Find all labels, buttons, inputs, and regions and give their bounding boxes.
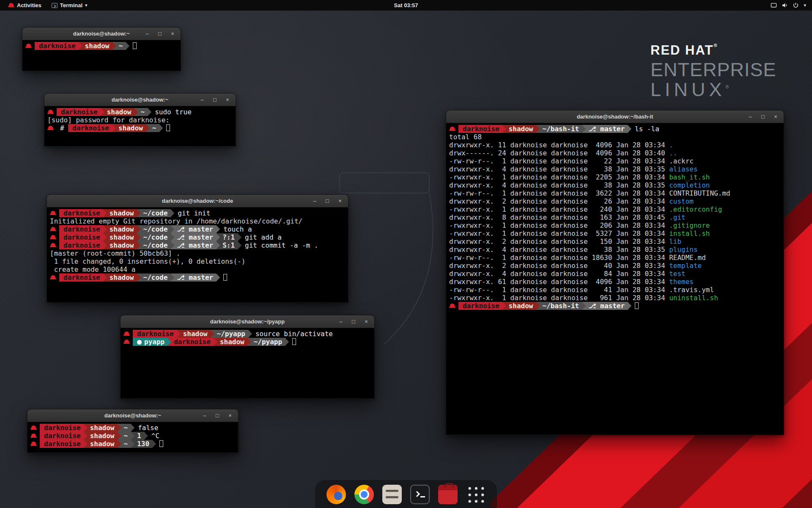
- directory-name: plugins: [669, 246, 697, 254]
- window-titlebar[interactable]: darknoise@shadow:~ – □ ×: [22, 28, 181, 40]
- terminal-icon-shape: [410, 485, 430, 504]
- toolbox-icon[interactable]: [437, 483, 459, 505]
- maximize-button[interactable]: □: [214, 412, 221, 420]
- app-grid-icon-shape: [466, 485, 485, 504]
- terminal-window-pyapp: darknoise@shadow:~/pyapp – □ × darknoise…: [120, 315, 375, 399]
- terminal-line: Initialized empty Git repository in /hom…: [50, 217, 345, 225]
- maximize-button[interactable]: □: [324, 197, 331, 205]
- terminal-line: drwxrwxr-x. 2 darknoise darknoise 26 Jan…: [449, 197, 781, 205]
- prompt-host-segment: shadow: [84, 440, 121, 448]
- minimize-button[interactable]: –: [143, 30, 151, 38]
- terminal-line: darknoiseshadow~: [25, 42, 178, 50]
- minimize-button[interactable]: –: [311, 197, 318, 205]
- chrome-icon[interactable]: [353, 483, 375, 505]
- terminal-content-area[interactable]: darknoiseshadow~falsedarknoiseshadow~1^C…: [27, 422, 238, 453]
- firefox-icon[interactable]: [325, 483, 347, 505]
- files-icon-shape: [382, 485, 402, 504]
- terminal-line: create mode 100644 a: [50, 265, 345, 273]
- prompt-host-segment: shadow: [177, 330, 214, 338]
- prompt-host-segment: shadow: [103, 225, 141, 233]
- close-button[interactable]: ×: [169, 30, 176, 38]
- terminal-app-icon: [52, 3, 58, 8]
- redhat-prompt-icon: [30, 441, 37, 447]
- prompt-user-segment: darknoise: [59, 209, 107, 217]
- maximize-button[interactable]: □: [759, 113, 767, 121]
- output-text: -rw-rw-r--. 1 darknoise darknoise 22 Jan…: [449, 157, 694, 165]
- output-text: -rwxrwxr-x. 1 darknoise darknoise 206 Ja…: [449, 221, 669, 229]
- window-titlebar[interactable]: darknoise@shadow:~/bash-it – □ ×: [446, 110, 784, 123]
- maximize-button[interactable]: □: [156, 30, 164, 38]
- git-branch-segment: ⎇ master: [170, 273, 220, 282]
- terminal-window-code: darknoise@shadow:~/code – □ × darknoises…: [47, 194, 348, 303]
- terminal-line: darknoiseshadow~/code⎇ master: [50, 273, 345, 282]
- minimize-button[interactable]: –: [198, 96, 206, 104]
- directory-name: themes: [669, 278, 694, 286]
- terminal-line: -rwxrwxr-x. 1 darknoise darknoise 240 Ja…: [449, 205, 781, 213]
- terminal-window-sudo: darknoise@shadow:~ – □ × darknoiseshadow…: [44, 93, 236, 146]
- prompt-path-segment: ~/bash-it: [536, 302, 586, 310]
- terminal-content-area[interactable]: darknoiseshadow~/bash-it⎇ masterls -lato…: [446, 123, 784, 435]
- window-titlebar[interactable]: darknoise@shadow:~/pyapp – □ ×: [121, 315, 374, 328]
- display-icon: [771, 2, 777, 8]
- prompt-host-segment: shadow: [79, 42, 116, 50]
- output-text: drwxrwxr-x. 4 darknoise darknoise 38 Jan…: [449, 165, 669, 173]
- terminal-line: darknoiseshadow~1^C: [30, 432, 235, 440]
- files-icon[interactable]: [381, 483, 403, 505]
- executable-name: .gitignore: [669, 221, 710, 229]
- minimize-button[interactable]: –: [337, 318, 345, 326]
- app-grid-icon[interactable]: [465, 483, 487, 505]
- directory-name: lib: [669, 237, 681, 246]
- terminal-content-area[interactable]: darknoiseshadow~/pyappsource bin/activat…: [121, 328, 374, 398]
- window-title: darknoise@shadow:~/bash-it: [446, 113, 784, 120]
- terminal-cursor: [635, 302, 639, 309]
- redhat-prompt-icon: [47, 125, 54, 131]
- brand-line2: ENTERPRISE: [650, 60, 776, 80]
- maximize-button[interactable]: □: [350, 318, 357, 326]
- close-button[interactable]: ×: [772, 113, 779, 121]
- prompt-user-segment: darknoise: [35, 42, 82, 50]
- prompt-host-segment: shadow: [84, 432, 121, 440]
- terminal-icon[interactable]: [409, 483, 431, 505]
- prompt-user-segment: darknoise: [59, 241, 107, 249]
- prompt-user-segment: darknoise: [133, 330, 181, 338]
- close-button[interactable]: ×: [336, 197, 344, 205]
- output-text: Initialized empty Git repository in /hom…: [50, 217, 302, 225]
- output-text: drwxrwxr-x. 2 darknoise darknoise 150 Ja…: [449, 237, 669, 246]
- terminal-cursor: [292, 338, 296, 345]
- git-branch-segment: ⎇ master: [170, 225, 220, 233]
- window-titlebar[interactable]: darknoise@shadow:~ – □ ×: [44, 94, 236, 106]
- prompt-host-segment: shadow: [103, 233, 141, 241]
- redhat-prompt-icon: [25, 43, 32, 49]
- command-text: false: [138, 424, 158, 432]
- close-button[interactable]: ×: [226, 412, 234, 420]
- terminal-content-area[interactable]: darknoiseshadow~sudo true[sudo] password…: [44, 106, 236, 146]
- window-titlebar[interactable]: darknoise@shadow:~ – □ ×: [27, 409, 238, 422]
- command-text: git commit -a -m .: [245, 241, 318, 249]
- prompt-user-segment: darknoise: [40, 440, 88, 448]
- prompt-path-segment: ~/code: [137, 233, 175, 241]
- prompt-path-segment: ~/code: [137, 273, 175, 282]
- app-menu-terminal[interactable]: Terminal ▾: [48, 0, 91, 11]
- output-text: -rwxrwxr-x. 1 darknoise darknoise 2205 J…: [449, 173, 669, 181]
- terminal-line: -rwxrwxr-x. 1 darknoise darknoise 206 Ja…: [449, 221, 781, 229]
- terminal-content-area[interactable]: darknoiseshadow~: [22, 40, 181, 71]
- prompt-host-segment: shadow: [101, 108, 138, 116]
- power-icon: [793, 2, 799, 8]
- activities-button[interactable]: Activities: [4, 0, 45, 11]
- window-titlebar[interactable]: darknoise@shadow:~/code – □ ×: [47, 195, 348, 207]
- redhat-prompt-icon: [30, 425, 37, 431]
- terminal-content-area[interactable]: darknoiseshadow~/codegit initInitialized…: [47, 207, 348, 302]
- system-status-area[interactable]: ▾: [765, 0, 812, 11]
- output-text: total 68: [449, 133, 482, 141]
- volume-icon: [782, 2, 788, 8]
- minimize-button[interactable]: –: [201, 412, 208, 420]
- maximize-button[interactable]: □: [211, 96, 219, 104]
- close-button[interactable]: ×: [224, 96, 231, 104]
- redhat-prompt-icon: [123, 331, 130, 337]
- terminal-cursor: [166, 124, 170, 131]
- directory-name: test: [669, 270, 686, 278]
- minimize-button[interactable]: –: [746, 113, 754, 121]
- close-button[interactable]: ×: [362, 318, 370, 326]
- clock[interactable]: Sat 03:57: [394, 2, 418, 8]
- redhat-prompt-icon: [123, 339, 130, 345]
